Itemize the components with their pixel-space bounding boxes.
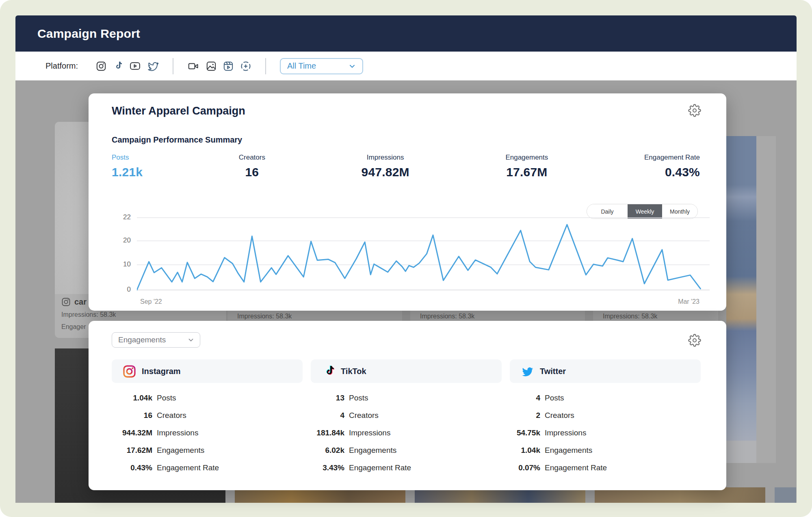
stat-row: 944.32MImpressions xyxy=(104,424,294,441)
stat-engagements: Engagements 17.67M xyxy=(505,154,548,179)
stat-value: 17.67M xyxy=(505,165,548,179)
y-axis-tick-label: 20 xyxy=(102,236,131,244)
time-range-value: All Time xyxy=(287,61,316,71)
stat-label: Creators xyxy=(349,411,379,420)
platform-filter-label: Platform: xyxy=(45,61,78,71)
background-impressions-caption: Impressions: 58.3k xyxy=(420,313,474,320)
media-type-filter-icons xyxy=(187,61,251,72)
stat-label: Creators xyxy=(545,411,574,420)
stat-value: 54.75k xyxy=(492,428,540,437)
performance-summary-title: Campaign Performance Summary xyxy=(112,135,242,145)
platform-breakdown-card: Engagements Instagram xyxy=(89,321,726,490)
stat-value: 16 xyxy=(239,165,265,179)
stat-row: 17.62MEngagements xyxy=(104,441,294,459)
stat-value: 1.21k xyxy=(112,165,143,179)
stat-value: 1.04k xyxy=(492,446,540,455)
background-impressions-caption: Impressions: 58.3k xyxy=(603,313,657,320)
chevron-down-icon xyxy=(348,62,357,71)
stat-label: Engagements xyxy=(505,154,548,162)
stat-label: Impressions xyxy=(362,154,409,162)
background-post-author: car xyxy=(61,297,87,307)
background-card-area xyxy=(756,136,776,463)
stat-value: 4 xyxy=(296,411,344,420)
background-photo-denim xyxy=(726,136,756,441)
stat-row: 4Creators xyxy=(296,407,487,424)
platform-chip-instagram[interactable]: Instagram xyxy=(112,359,303,383)
stat-value: 1.04k xyxy=(104,394,152,402)
time-range-select[interactable]: All Time xyxy=(280,58,363,74)
platform-chip-twitter[interactable]: Twitter xyxy=(510,359,701,383)
youtube-filter-icon[interactable] xyxy=(130,61,141,71)
stat-value: 6.02k xyxy=(296,446,344,455)
stat-label: Engagements xyxy=(545,446,592,455)
stat-row: 181.84kImpressions xyxy=(296,424,487,441)
settings-gear-icon[interactable] xyxy=(688,104,701,117)
stat-value: 0.43% xyxy=(644,165,700,179)
reels-filter-icon[interactable] xyxy=(223,61,234,71)
twitter-stats-column: 4Posts 2Creators 54.75kImpressions 1.04k… xyxy=(492,389,682,476)
stat-label: Creators xyxy=(157,411,186,420)
stat-label: Posts xyxy=(349,394,368,402)
stat-label: Posts xyxy=(545,394,564,402)
settings-gear-icon[interactable] xyxy=(688,334,701,347)
background-photo-strip xyxy=(775,487,796,503)
instagram-icon xyxy=(123,365,136,378)
platform-name: TikTok xyxy=(341,367,366,376)
stat-value: 2 xyxy=(492,411,540,420)
stat-row: 6.02kEngagements xyxy=(296,441,487,459)
chevron-down-icon xyxy=(187,336,195,344)
stat-value: 13 xyxy=(296,394,344,402)
stat-label: Impressions xyxy=(545,428,586,437)
platform-name: Twitter xyxy=(540,367,566,376)
platform-chip-tiktok[interactable]: TikTok xyxy=(311,359,502,383)
filter-toolbar: Platform: xyxy=(15,52,797,80)
app-header: Campaign Report xyxy=(15,15,797,52)
stat-engagement-rate: Engagement Rate 0.43% xyxy=(644,154,700,179)
instagram-stats-column: 1.04kPosts 16Creators 944.32MImpressions… xyxy=(104,389,294,476)
page-title: Campaign Report xyxy=(37,27,140,41)
stat-posts: Posts 1.21k xyxy=(112,154,143,179)
x-axis-start-label: Sep '22 xyxy=(140,298,162,305)
stat-label: Engagement Rate xyxy=(157,463,219,472)
stat-creators: Creators 16 xyxy=(239,154,265,179)
background-username: car xyxy=(74,297,87,307)
twitter-filter-icon[interactable] xyxy=(147,61,159,71)
stat-impressions: Impressions 947.82M xyxy=(362,154,409,179)
background-impressions-caption: Impressions: 58.3k xyxy=(237,313,292,320)
platform-name: Instagram xyxy=(142,367,181,376)
stat-value: 0.43% xyxy=(104,463,152,472)
stat-row: 0.43%Engagement Rate xyxy=(104,459,294,476)
tiktok-stats-column: 13Posts 4Creators 181.84kImpressions 6.0… xyxy=(296,389,487,476)
summary-stats-row: Posts 1.21k Creators 16 Impressions 947.… xyxy=(112,154,700,179)
toolbar-divider xyxy=(265,58,266,74)
stat-row: 1.04kEngagements xyxy=(492,441,682,459)
stat-value: 4 xyxy=(492,394,540,402)
stat-value: 944.32M xyxy=(104,428,152,437)
stat-value: 16 xyxy=(104,411,152,420)
stat-label: Engagements xyxy=(349,446,396,455)
image-filter-icon[interactable] xyxy=(206,61,217,71)
tiktok-filter-icon[interactable] xyxy=(113,61,123,71)
platform-filter-icons xyxy=(96,61,159,71)
stat-label: Posts xyxy=(157,394,176,402)
background-impressions-caption: Impressions: 58.3k xyxy=(61,311,116,318)
stat-row: 16Creators xyxy=(104,407,294,424)
engagement-line-chart xyxy=(137,214,710,295)
stat-row: 3.43%Engagement Rate xyxy=(296,459,487,476)
engagement-trend-line xyxy=(137,225,700,290)
stat-value: 0.07% xyxy=(492,463,540,472)
background-engagements-caption: Engager xyxy=(61,323,86,331)
instagram-filter-icon[interactable] xyxy=(96,61,106,71)
twitter-icon xyxy=(520,365,534,377)
metric-select[interactable]: Engagements xyxy=(112,332,200,348)
stat-row: 13Posts xyxy=(296,389,487,407)
tiktok-icon xyxy=(323,365,335,377)
stat-value: 947.82M xyxy=(362,165,409,179)
video-filter-icon[interactable] xyxy=(187,61,199,71)
stat-label: Engagement Rate xyxy=(349,463,411,472)
stat-row: 0.07%Engagement Rate xyxy=(492,459,682,476)
stat-label: Impressions xyxy=(349,428,390,437)
y-axis-tick-label: 10 xyxy=(102,260,131,268)
target-filter-icon[interactable] xyxy=(240,61,251,72)
stat-label: Engagements xyxy=(157,446,204,455)
